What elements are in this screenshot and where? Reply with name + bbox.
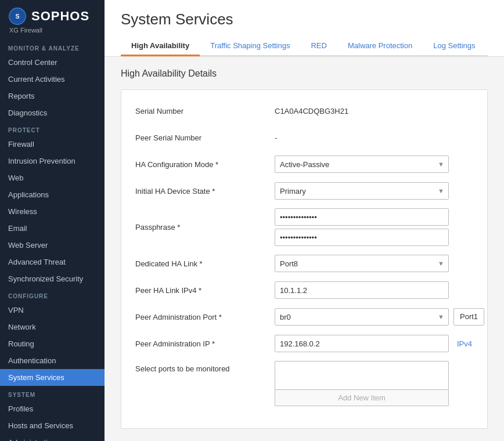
sidebar-item-network[interactable]: Network — [0, 319, 105, 335]
passphrase-inputs — [275, 208, 449, 246]
section-label-monitor: MONITOR & ANALYZE — [0, 39, 105, 54]
tab-malware-protection[interactable]: Malware Protection — [337, 37, 423, 56]
peer-admin-port-select[interactable]: br0 Port1 Port2 — [275, 308, 449, 326]
svg-text:S: S — [15, 13, 19, 20]
sidebar-item-synchronized-security[interactable]: Synchronized Security — [0, 270, 105, 287]
section-label-configure: CONFIGURE — [0, 287, 105, 302]
sidebar-item-routing[interactable]: Routing — [0, 335, 105, 352]
passphrase-row: Passphrase * — [135, 208, 473, 246]
sidebar-item-authentication[interactable]: Authentication — [0, 352, 105, 369]
dedicated-ha-label: Dedicated HA Link * — [135, 259, 275, 268]
tab-high-availability[interactable]: High Availability — [121, 37, 200, 56]
initial-state-label: Initial HA Device State * — [135, 187, 275, 196]
ha-config-label: HA Configuration Mode * — [135, 160, 275, 169]
initial-state-row: Initial HA Device State * Primary Auxili… — [135, 182, 473, 200]
peer-admin-ip-wrap: IPv4 — [275, 335, 472, 352]
peer-admin-port-row: Peer Administration Port * br0 Port1 Por… — [135, 308, 473, 326]
sidebar-item-administration[interactable]: Administration — [0, 434, 105, 441]
sophos-logo-icon: S — [8, 7, 27, 26]
sidebar-item-applications[interactable]: Applications — [0, 186, 105, 203]
peer-admin-ip-label: Peer Administration IP * — [135, 339, 275, 348]
dedicated-ha-row: Dedicated HA Link * Port8 Port1 Port2 Po… — [135, 254, 473, 273]
dedicated-ha-select[interactable]: Port8 Port1 Port2 Port3 — [275, 255, 449, 272]
monitored-ports-row: Select ports to be monitored Add New Ite… — [135, 361, 473, 406]
sidebar: S SOPHOS XG Firewall MONITOR & ANALYZE C… — [0, 0, 105, 441]
monitored-ports-wrap: Add New Item — [275, 361, 449, 406]
sidebar-item-advanced-threat[interactable]: Advanced Threat — [0, 254, 105, 270]
sidebar-item-web-server[interactable]: Web Server — [0, 237, 105, 254]
dedicated-ha-select-wrap: Port8 Port1 Port2 Port3 ▼ — [275, 255, 449, 272]
peer-admin-port-badge: Port1 — [453, 308, 484, 326]
main-body: High Availability Details Serial Number … — [105, 57, 504, 441]
sidebar-item-reports[interactable]: Reports — [0, 88, 105, 104]
passphrase-label: Passphrase * — [135, 223, 275, 232]
serial-number-row: Serial Number C1A0A4CDQBG3H21 — [135, 102, 473, 120]
peer-admin-port-select-wrap: br0 Port1 Port2 ▼ — [275, 308, 449, 326]
peer-admin-ip-suffix: IPv4 — [457, 339, 472, 348]
passphrase-confirm-input[interactable] — [275, 229, 449, 246]
peer-serial-value: - — [275, 133, 277, 142]
sidebar-logo: S SOPHOS XG Firewall — [0, 0, 105, 39]
logo-text: SOPHOS — [31, 9, 89, 24]
passphrase-input[interactable] — [275, 208, 449, 226]
section-label-system: SYSTEM — [0, 386, 105, 400]
peer-serial-row: Peer Serial Number - — [135, 128, 473, 147]
tab-bar: High Availability Traffic Shaping Settin… — [121, 37, 488, 56]
sidebar-nav: MONITOR & ANALYZE Control Center Current… — [0, 39, 105, 441]
peer-admin-ip-input[interactable] — [275, 335, 449, 352]
sidebar-item-vpn[interactable]: VPN — [0, 302, 105, 319]
monitored-ports-label: Select ports to be monitored — [135, 361, 275, 373]
peer-admin-port-label: Peer Administration Port * — [135, 313, 275, 321]
initial-state-select[interactable]: Primary Auxiliary — [275, 182, 449, 200]
main-content: System Services High Availability Traffi… — [105, 0, 504, 441]
initial-state-select-wrap: Primary Auxiliary ▼ — [275, 182, 449, 200]
sidebar-item-intrusion-prevention[interactable]: Intrusion Prevention — [0, 153, 105, 169]
sidebar-item-diagnostics[interactable]: Diagnostics — [0, 104, 105, 121]
sidebar-item-control-center[interactable]: Control Center — [0, 54, 105, 71]
peer-serial-label: Peer Serial Number — [135, 133, 275, 142]
sidebar-item-hosts-and-services[interactable]: Hosts and Services — [0, 417, 105, 434]
ha-config-select[interactable]: Active-Passive Active-Active Disabled — [275, 156, 449, 173]
tab-red[interactable]: RED — [300, 37, 337, 56]
sidebar-item-firewall[interactable]: Firewall — [0, 136, 105, 153]
add-new-item-button[interactable]: Add New Item — [275, 390, 449, 406]
tab-traffic-shaping[interactable]: Traffic Shaping Settings — [200, 37, 300, 56]
monitored-ports-textarea[interactable] — [275, 361, 449, 390]
peer-admin-ip-row: Peer Administration IP * IPv4 — [135, 334, 473, 353]
page-title: System Services — [121, 10, 488, 28]
sidebar-item-current-activities[interactable]: Current Activities — [0, 71, 105, 88]
serial-number-value: C1A0A4CDQBG3H21 — [275, 107, 348, 115]
section-title: High Availability Details — [121, 68, 488, 79]
sidebar-item-system-services[interactable]: System Services — [0, 369, 105, 386]
sidebar-item-wireless[interactable]: Wireless — [0, 203, 105, 220]
form-card: Serial Number C1A0A4CDQBG3H21 Peer Seria… — [121, 89, 488, 429]
sidebar-item-web[interactable]: Web — [0, 169, 105, 186]
peer-ha-ipv4-label: Peer HA Link IPv4 * — [135, 286, 275, 295]
peer-ha-ipv4-input[interactable] — [275, 281, 449, 299]
ha-config-row: HA Configuration Mode * Active-Passive A… — [135, 155, 473, 173]
peer-ha-ipv4-row: Peer HA Link IPv4 * — [135, 281, 473, 299]
ha-config-select-wrap: Active-Passive Active-Active Disabled ▼ — [275, 156, 449, 173]
sidebar-item-email[interactable]: Email — [0, 220, 105, 237]
tab-log-settings[interactable]: Log Settings — [423, 37, 485, 56]
main-header: System Services High Availability Traffi… — [105, 0, 504, 57]
peer-admin-port-wrap: br0 Port1 Port2 ▼ Port1 — [275, 308, 484, 326]
section-label-protect: PROTECT — [0, 121, 105, 136]
sidebar-item-profiles[interactable]: Profiles — [0, 400, 105, 417]
logo-sub: XG Firewall — [9, 27, 42, 34]
serial-number-label: Serial Number — [135, 107, 275, 115]
